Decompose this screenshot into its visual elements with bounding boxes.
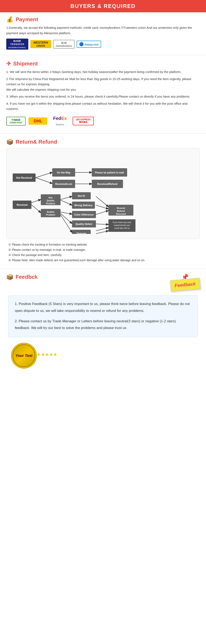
svg-text:Not: Not: [49, 196, 53, 199]
shipment-title-text: Shipment: [13, 60, 38, 67]
note-item-1: ① Please check the tracking in formation…: [8, 242, 200, 247]
notes-list: ① Please check the tracking in formation…: [8, 242, 200, 263]
return-refund-title: 📦 Return& Refund: [6, 138, 200, 145]
feedback-icon: 📦: [6, 274, 13, 280]
note-item-4: ④ Please Note: Men made defects are not …: [8, 258, 200, 263]
note-item-2: ② Please contact us by meesage, e-mail, …: [8, 247, 200, 252]
feedback-section: 📦 Feedbck 📌 Feedback 1. Positive Feedbac…: [0, 270, 206, 371]
stars-decoration: ★★★★★: [37, 352, 57, 357]
courier-logos: 中国邮政 CHINA POST DHL FedEx Express (SF) E…: [6, 114, 200, 128]
svg-text:Not Received: Not Received: [16, 176, 32, 179]
return-refund-section: 📦 Return& Refund Not Received On the Way…: [0, 135, 206, 267]
payment-text: 1.Generally, we accept the following pay…: [6, 25, 200, 36]
svg-rect-20: [41, 209, 61, 217]
svg-text:On the Way: On the Way: [57, 171, 71, 174]
svg-text:Quality: Quality: [47, 199, 55, 202]
svg-text:requirements you: requirements you: [114, 224, 130, 226]
svg-line-30: [61, 200, 72, 205]
bank-transfer-logo: BANK TRANSFER INTERNATIONAL: [6, 38, 28, 50]
svg-text:Received: Received: [17, 204, 28, 206]
svg-text:Quality Defect: Quality Defect: [76, 223, 92, 226]
feedback-text-1: 1. Positive Feedback (5 Stars) is very i…: [15, 301, 191, 314]
chinapost-logo: 中国邮政 CHINA POST: [6, 117, 26, 126]
alipay-logo: 🔵 Alipay.com: [77, 41, 101, 48]
divider-2: [0, 133, 206, 134]
feedback-text-2: 2. Please contact us by Trade Manager or…: [15, 318, 191, 332]
svg-line-45: [96, 205, 108, 209]
payment-logos: BANK TRANSFER INTERNATIONAL WESTERN UNIO…: [6, 38, 200, 50]
svg-text:Refund: Refund: [117, 210, 125, 212]
svg-line-27: [61, 196, 72, 200]
page-header: BUYERS & REQUIRED: [0, 0, 206, 12]
payment-section: 💰 Payment 1.Generally, we accept the fol…: [0, 12, 206, 54]
payment-icon: 💰: [6, 16, 13, 23]
western-union-logo: WESTERN UNION: [30, 40, 51, 48]
header-title: BUYERS & REQUIRED: [71, 3, 136, 9]
svg-line-2: [36, 172, 52, 178]
shipment-icon: ✈: [6, 60, 11, 67]
sfexpress-logo: (SF) EXPRESS 顺丰速运: [73, 117, 94, 125]
shipment-text-1: 1. We will sent the items within 2-5days…: [6, 69, 200, 75]
svg-text:Quality: Quality: [47, 210, 55, 213]
svg-line-44: [96, 196, 108, 207]
svg-text:Wrong Delivery: Wrong Delivery: [74, 204, 93, 207]
svg-text:Received/Lost: Received/Lost: [55, 183, 72, 186]
shipment-title: ✈ Shipment: [6, 60, 200, 67]
feedback-note: Feedback: [170, 278, 200, 292]
shipment-section: ✈ Shipment 1. We will sent the items wit…: [0, 56, 206, 132]
svg-line-52: [96, 228, 108, 231]
payment-title: 💰 Payment: [6, 16, 200, 23]
svg-line-33: [61, 212, 72, 214]
shipment-text-2: 2.The shipment by China Post Registered …: [6, 76, 200, 92]
svg-text:Please be patient to wait: Please be patient to wait: [95, 171, 124, 174]
divider-1: [0, 55, 206, 55]
svg-line-36: [61, 214, 72, 224]
shipment-text-3: 3. When you receive the items you ordere…: [6, 94, 200, 99]
return-refund-icon: 📦: [6, 138, 13, 145]
svg-line-46: [96, 210, 108, 214]
svg-text:Resend: Resend: [117, 207, 125, 209]
divider-3: [0, 268, 206, 268]
svg-line-23: [31, 200, 41, 203]
svg-text:Discount: Discount: [116, 213, 126, 215]
moneybookers-logo: ((( ))) moneybookers: [53, 40, 75, 48]
feedback-title: 📦 Feedbck: [6, 274, 38, 280]
svg-text:If you have any else: If you have any else: [113, 221, 131, 224]
svg-text:Color Difference: Color Difference: [74, 213, 94, 216]
note-item-3: ③ Check the package and Item, carefully.: [8, 252, 200, 258]
dhl-logo: DHL: [28, 118, 47, 125]
fedex-logo: FedEx Express: [50, 114, 70, 128]
feedback-title-text: Feedbck: [16, 274, 38, 280]
shipment-text-4: 4. If you have not got it within the shi…: [6, 101, 200, 112]
feedback-header: 📦 Feedbck 📌 Feedback: [6, 274, 200, 292]
feedback-content: 1. Positive Feedback (5 Stars) is very i…: [8, 296, 198, 337]
flowchart-area: Not Received On the Way Please be patien…: [6, 148, 200, 239]
svg-text:Not fit: Not fit: [78, 194, 85, 198]
feedback-pin-area: 📌 Feedback: [170, 274, 200, 290]
svg-text:could also tell us: could also tell us: [114, 227, 130, 229]
svg-text:Received/Refund: Received/Refund: [97, 183, 117, 186]
payment-title-text: Payment: [16, 16, 38, 23]
svg-line-39: [61, 215, 72, 232]
svg-line-24: [31, 205, 41, 213]
badge-area: Your Text ★★★★★: [6, 340, 200, 369]
flowchart-svg: Not Received On the Way Please be patien…: [8, 152, 200, 234]
svg-line-51: [96, 224, 108, 224]
svg-text:Damage: Damage: [77, 232, 86, 234]
svg-line-8: [36, 178, 52, 184]
svg-text:Problem: Problem: [46, 214, 55, 216]
return-refund-title-text: Return& Refund: [16, 139, 57, 145]
svg-text:Problem: Problem: [46, 202, 55, 205]
your-text-badge: Your Text: [12, 344, 35, 367]
svg-line-53: [96, 231, 108, 234]
